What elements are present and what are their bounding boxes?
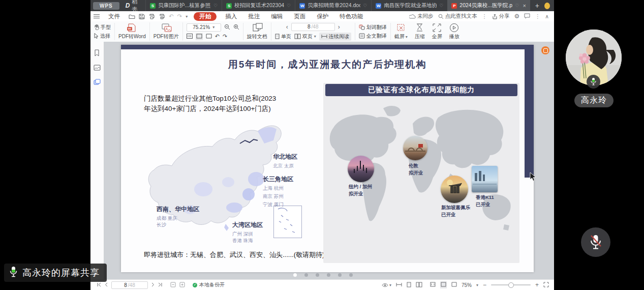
zoom-level-select[interactable]: 75.21% ▾ [187,23,221,32]
pdf-document-area[interactable]: 用5年时间，成为亚洲最大的产后护理机构 门店数量超过行业其他Top10公司总和(… [104,42,554,280]
favorite-icon[interactable]: ♡ [439,3,443,8]
menu-file[interactable]: 文件 [103,13,126,20]
pagination-dot[interactable] [316,273,319,277]
print-icon[interactable] [148,14,155,19]
chevron-down-icon[interactable]: ▾ [186,14,188,19]
next-page-icon[interactable]: › [338,24,340,30]
bookmark-icon[interactable] [94,49,100,59]
pagination-dot[interactable] [349,273,353,277]
eye-protect-icon[interactable]: ▾ [382,283,391,287]
status-page-input[interactable]: 8 /48 [111,281,148,289]
menu-comment[interactable]: 批注 [242,13,265,20]
cloud-sync-icon[interactable]: 未同步 [409,13,434,20]
insert-page-before-icon[interactable] [170,282,176,288]
pagination-dot[interactable] [327,273,330,277]
wps-home-button[interactable]: WPS [93,2,119,10]
zoom-minus-icon[interactable]: − [483,281,486,288]
tab-doc-1[interactable]: W 贝康招聘简章2024.docx ♡ [295,0,371,11]
hamburger-menu-icon[interactable] [94,14,100,19]
continuous-reading-button[interactable]: 连续阅读 [319,33,351,41]
thumbnails-panel-icon[interactable] [94,78,101,87]
fit-window-icon[interactable] [440,281,447,288]
select-tool-button[interactable]: 选择 [94,33,111,40]
actual-size-icon[interactable] [187,34,193,40]
close-tab-icon[interactable]: × [523,3,526,9]
word-translate-button[interactable]: 划词翻译 [359,24,387,31]
menu-edit[interactable]: 编辑 [265,13,288,20]
account-avatar[interactable] [544,3,550,9]
open-folder-icon[interactable] [129,14,135,19]
fit-height-icon[interactable] [430,282,436,288]
find-text-button[interactable]: 点此查找文本 [438,13,477,20]
tab-doc-2[interactable]: W 南昌医学院就业基地协议 ♡ [371,0,447,11]
image-panel-icon[interactable] [94,64,101,73]
full-translate-button[interactable]: 全文翻译 [359,33,387,40]
menu-home-active[interactable]: 开始 [194,12,217,21]
print-preview-icon[interactable] [159,14,165,19]
share-button[interactable]: 分享 [492,13,510,20]
zoom-slider[interactable] [491,284,531,285]
double-page-view-icon[interactable] [416,282,422,288]
fullscreen-button[interactable]: 全屏 [428,22,446,41]
menu-page[interactable]: 页面 [288,13,311,20]
rotate-right-icon[interactable]: ↷ [223,33,227,40]
slide-pagination-dots[interactable] [293,273,353,277]
next-page-icon[interactable] [151,282,155,288]
redo-icon[interactable]: ↷ [177,13,182,20]
first-page-icon[interactable] [97,282,101,288]
rotate-left-icon[interactable]: ↶ [215,33,220,40]
favorite-icon[interactable]: ♡ [363,3,367,8]
single-page-view-icon[interactable] [407,282,411,288]
status-zoom-value[interactable]: 75% [462,282,472,288]
zoom-slider-knob[interactable] [508,282,514,288]
insert-page-after-icon[interactable] [179,282,185,288]
favorite-icon[interactable]: ♡ [287,3,291,8]
pdf-to-image-button[interactable]: PDF转图片 [150,22,183,41]
settings-gear-icon[interactable]: ⚙ [514,13,520,20]
collapse-ribbon-icon[interactable]: ∧ [545,13,549,19]
mute-microphone-button[interactable] [581,227,610,257]
continuous-view-icon[interactable] [396,282,402,288]
local-backup-status[interactable]: ✓ 本地备份开 [193,281,225,288]
page-number-input[interactable]: 8 /48 [291,23,335,31]
double-page-button[interactable]: 双页 ▾ [294,33,316,40]
undo-icon[interactable]: ↶ [169,13,174,20]
menu-features[interactable]: 特色功能 [334,13,369,20]
pagination-dot-active[interactable] [293,273,297,277]
compress-button[interactable]: 压缩 [411,22,428,41]
fit-width-view-icon[interactable] [451,282,457,288]
favorite-icon[interactable]: ♡ [515,3,519,8]
hongkong-photo [472,166,498,192]
last-page-icon[interactable] [158,282,163,288]
tab-sheet-1[interactable]: S 贝康国际护...核算参照表 ♡ [145,0,222,11]
zoom-out-icon[interactable] [224,24,230,31]
zoom-dropdown-icon[interactable]: ▾ [476,283,478,287]
menu-protect[interactable]: 保护 [311,13,334,20]
pagination-dot[interactable] [338,273,342,277]
fit-page-icon[interactable] [196,33,203,40]
tab-pdf-active[interactable]: P 2024贝康校...医学院.pdf ♡ × [447,0,530,11]
zoom-in-icon[interactable] [233,24,239,31]
expand-fullscreen-icon[interactable] [543,282,549,288]
fit-width-icon[interactable] [206,34,212,40]
chat-bubble-icon[interactable] [524,13,530,20]
new-tab-button[interactable]: + [530,2,544,10]
previous-page-icon[interactable]: ‹ [286,24,288,30]
tab-sheet-2[interactable]: S 校招回复话术202304 ♡ [222,0,295,11]
favorite-icon[interactable]: ♡ [213,3,218,8]
menu-insert[interactable]: 插入 [220,13,242,20]
screenshot-button[interactable]: 截屏▾ [391,22,411,41]
more-menu-icon[interactable]: ⋮ [535,13,540,20]
save-icon[interactable] [139,14,145,19]
prev-page-icon[interactable] [105,282,108,288]
promo-badge-icon[interactable] [541,46,549,54]
single-page-button[interactable]: 单页 [275,33,291,40]
pdf-file-icon: P [451,3,457,9]
hand-tool-button[interactable]: 手型 [94,24,111,31]
pdf-to-word-button[interactable]: PDF转Word [115,22,150,41]
rotate-document-button[interactable]: 旋转文档 [243,22,271,41]
zoom-plus-icon[interactable]: + [535,281,539,288]
more-options-icon[interactable]: ⋮ [482,13,487,20]
play-button[interactable]: 播放 [446,22,463,41]
pagination-dot[interactable] [304,273,308,277]
